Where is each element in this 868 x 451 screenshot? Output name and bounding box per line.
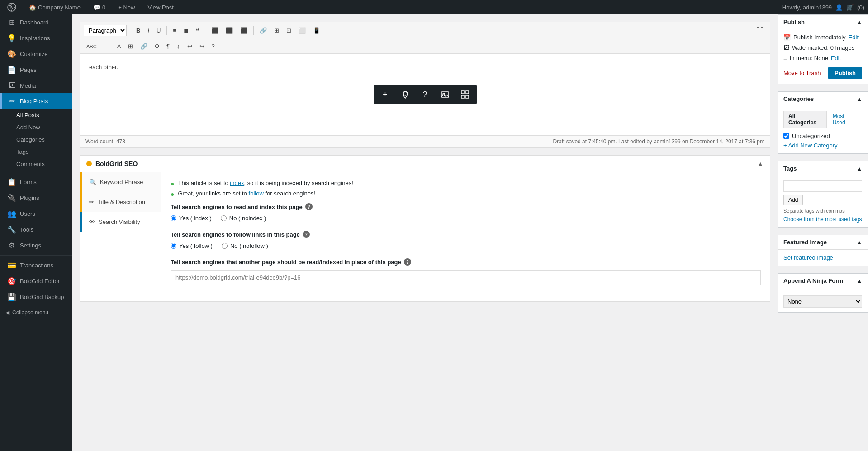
cat-uncategorized-checkbox[interactable]: [783, 133, 789, 139]
index-no-radio[interactable]: [221, 215, 227, 221]
paste-btn[interactable]: ⊞: [125, 41, 136, 52]
canonical-input[interactable]: [171, 270, 761, 285]
sidebar-sub-comments[interactable]: Comments: [0, 158, 72, 170]
sidebar-item-plugins[interactable]: 🔌 Plugins: [0, 190, 72, 206]
float-map-btn[interactable]: [398, 87, 413, 102]
float-grid-btn[interactable]: [458, 87, 472, 102]
link-btn[interactable]: 🔗: [257, 25, 270, 36]
featured-image-box-header[interactable]: Featured Image ▲: [778, 235, 868, 250]
strikethrough-btn[interactable]: ABC: [84, 42, 100, 51]
follow-yes-radio[interactable]: [171, 243, 176, 249]
cat-tab-all[interactable]: All Categories: [783, 111, 827, 128]
add-new-category-link[interactable]: + Add New Category: [783, 142, 862, 149]
sidebar-sub-add-new[interactable]: Add New: [0, 121, 72, 133]
follow-no-label[interactable]: No ( nofollow ): [222, 242, 268, 249]
publish-box-header[interactable]: Publish ▲: [778, 15, 868, 29]
mobile-btn[interactable]: 📱: [310, 25, 323, 36]
hr-btn[interactable]: —: [101, 41, 113, 52]
index-no-label[interactable]: No ( noindex ): [221, 215, 266, 222]
sidebar-item-boldgrid-backup[interactable]: 💾 BoldGrid Backup: [0, 289, 72, 305]
index-yes-label[interactable]: Yes ( index ): [171, 215, 212, 222]
menu-edit-link[interactable]: Edit: [831, 55, 841, 62]
sidebar-item-settings[interactable]: ⚙ Settings: [0, 237, 72, 253]
follow-yes-label[interactable]: Yes ( follow ): [171, 242, 213, 249]
choose-tags-link[interactable]: Choose from the most used tags: [783, 216, 862, 223]
publish-box-title: Publish: [783, 19, 805, 25]
float-help-btn[interactable]: ?: [418, 87, 432, 102]
redo-btn[interactable]: ↪: [197, 41, 207, 52]
help-shortcut-btn[interactable]: ?: [209, 41, 218, 52]
sidebar-item-users[interactable]: 👥 Users: [0, 206, 72, 222]
tags-input-field[interactable]: [783, 180, 862, 192]
indent-btn[interactable]: ¶: [164, 41, 172, 52]
collapse-menu-btn[interactable]: ◀ Collapse menu: [0, 305, 72, 320]
canonical-help-icon[interactable]: ?: [404, 258, 411, 266]
ninja-form-select[interactable]: None: [783, 295, 862, 308]
follow-status-icon: ●: [171, 190, 174, 198]
fullscreen-btn[interactable]: ⛶: [754, 25, 766, 36]
sidebar-item-tools[interactable]: 🔧 Tools: [0, 222, 72, 237]
sidebar-item-inspirations[interactable]: 💡 Inspirations: [0, 30, 72, 46]
text-color-btn[interactable]: A: [114, 41, 124, 52]
sidebar-item-forms[interactable]: 📋 Forms: [0, 174, 72, 190]
seo-tab-keyword[interactable]: 🔍 Keyword Phrase: [80, 172, 161, 192]
follow-link[interactable]: follow: [249, 190, 264, 197]
menu-label: In menu: None: [790, 55, 828, 62]
publish-button[interactable]: Publish: [828, 67, 862, 79]
sidebar-sub-categories[interactable]: Categories: [0, 133, 72, 146]
seo-tab-title[interactable]: ✏ Title & Description: [80, 192, 161, 212]
table-btn[interactable]: ⊞: [271, 25, 282, 36]
sidebar-item-media[interactable]: 🖼 Media: [0, 78, 72, 93]
ninja-form-box-header[interactable]: Append A Ninja Form ▲: [778, 274, 868, 288]
outdent-btn[interactable]: ↕: [174, 41, 183, 52]
sidebar-sub-all-posts[interactable]: All Posts: [0, 109, 72, 121]
sidebar-item-dashboard[interactable]: ⊞ Dashboard: [0, 14, 72, 30]
follow-no-radio[interactable]: [222, 243, 228, 249]
featured-image-chevron-icon: ▲: [856, 239, 862, 246]
align-right-btn[interactable]: ⬛: [237, 25, 250, 36]
editor-body[interactable]: each other. + ?: [80, 54, 770, 135]
view-post-btn[interactable]: View Post: [144, 2, 177, 13]
align-left-btn[interactable]: ⬛: [209, 25, 221, 36]
ul-btn[interactable]: ≡: [170, 25, 179, 36]
tags-add-button[interactable]: Add: [783, 195, 803, 205]
site-home-btn[interactable]: 🏠 Company Name: [25, 2, 84, 13]
sidebar-label-blog-posts: Blog Posts: [20, 98, 48, 104]
publish-edit-link[interactable]: Edit: [849, 34, 859, 41]
index-link[interactable]: index: [230, 180, 244, 186]
float-image-btn[interactable]: [438, 87, 452, 102]
comments-btn[interactable]: 💬 0: [90, 2, 109, 13]
index-yes-radio[interactable]: [171, 215, 176, 221]
seo-panel-collapse-btn[interactable]: ▲: [757, 160, 764, 167]
seo-tab-visibility[interactable]: 👁 Search Visibility: [80, 212, 161, 232]
index-help-icon[interactable]: ?: [305, 203, 313, 210]
menu-icon: ≡: [783, 55, 787, 62]
blockquote-btn[interactable]: ❝: [193, 25, 202, 36]
sidebar-item-pages[interactable]: 📄 Pages: [0, 62, 72, 78]
columns-btn[interactable]: ⊡: [284, 25, 294, 36]
follow-help-icon[interactable]: ?: [303, 231, 310, 238]
box-btn[interactable]: ⬜: [296, 25, 308, 36]
undo-btn[interactable]: ↩: [185, 41, 195, 52]
move-to-trash-link[interactable]: Move to Trash: [783, 70, 821, 76]
unlink-btn[interactable]: 🔗: [138, 41, 150, 52]
sidebar-item-boldgrid-editor[interactable]: 🎯 BoldGrid Editor: [0, 273, 72, 289]
sidebar-item-blog-posts[interactable]: ✏ Blog Posts: [0, 93, 72, 109]
underline-btn[interactable]: U: [154, 25, 163, 36]
tags-box-header[interactable]: Tags ▲: [778, 161, 868, 176]
sidebar-item-transactions[interactable]: 💳 Transactions: [0, 257, 72, 273]
new-btn[interactable]: + New: [114, 2, 138, 13]
categories-box-header[interactable]: Categories ▲: [778, 92, 868, 106]
omega-btn[interactable]: Ω: [152, 41, 162, 52]
italic-btn[interactable]: I: [145, 25, 152, 36]
paragraph-select[interactable]: Paragraph: [84, 25, 127, 36]
cat-tab-most-used[interactable]: Most Used: [828, 111, 861, 128]
ol-btn[interactable]: ≣: [181, 25, 191, 36]
float-add-btn[interactable]: +: [378, 87, 393, 102]
set-featured-image-link[interactable]: Set featured image: [783, 254, 833, 261]
bold-btn[interactable]: B: [133, 25, 143, 36]
align-center-btn[interactable]: ⬛: [223, 25, 236, 36]
wp-icon-btn[interactable]: [4, 1, 20, 14]
sidebar-item-customize[interactable]: 🎨 Customize: [0, 46, 72, 62]
sidebar-sub-tags[interactable]: Tags: [0, 146, 72, 158]
